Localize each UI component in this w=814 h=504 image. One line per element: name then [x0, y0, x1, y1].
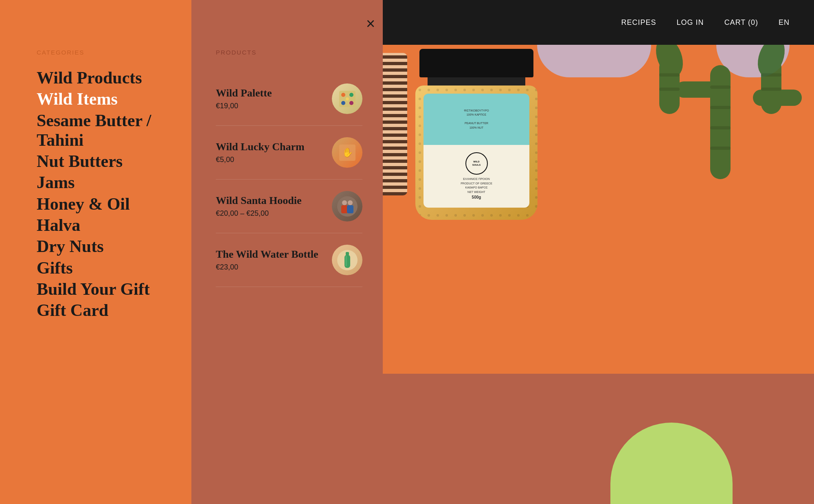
svg-rect-9	[710, 126, 731, 129]
svg-rect-25	[341, 205, 348, 213]
plant-decoration	[635, 24, 806, 187]
svg-point-18	[341, 101, 345, 105]
svg-rect-8	[710, 106, 731, 109]
svg-rect-29	[346, 252, 349, 255]
sidebar-item-dry-nuts[interactable]: Dry Nuts	[37, 237, 155, 256]
product-thumbnail-charm: ✋	[332, 137, 362, 168]
product-item-wild-water-bottle[interactable]: The Wild Water Bottle €23,00	[216, 233, 362, 287]
product-name: Wild Palette	[216, 87, 332, 99]
product-price: €19,00	[216, 102, 332, 110]
product-info: Wild Lucky Charm €5,00	[216, 141, 332, 164]
sidebar-item-jams[interactable]: Jams	[37, 173, 155, 192]
product-item-wild-palette[interactable]: Wild Palette €19,00	[216, 72, 362, 126]
sidebar-item-wild-items[interactable]: Wild Items	[37, 89, 155, 109]
product-name: Wild Santa Hoodie	[216, 195, 332, 207]
svg-point-16	[341, 93, 345, 97]
nav-cart[interactable]: CART (0)	[724, 18, 758, 27]
product-price: €23,00	[216, 263, 332, 272]
products-panel: PRODUCTS Wild Palette €19,00 Wild Lucky …	[191, 0, 383, 504]
sidebar-item-build-your-gift[interactable]: Build Your Gift	[37, 279, 155, 299]
svg-rect-7	[710, 85, 731, 89]
sidebar-item-gift-card[interactable]: Gift Card	[37, 300, 155, 320]
jar-body: ΦΙΣΤΙΚΟΒΟΥΤΥΡΟ 100% ΚΑΡΠΟΣ PEANUT BUTTER…	[415, 85, 538, 220]
jar-lid	[419, 49, 533, 77]
nav-lang[interactable]: EN	[779, 18, 790, 27]
product-price: €5,00	[216, 156, 332, 164]
top-navigation: RECIPES LOG IN CART (0) EN	[383, 0, 814, 45]
sidebar-item-honey-oil[interactable]: Honey & Oil	[37, 194, 155, 214]
jar-logo: WILDSOULS	[465, 152, 488, 175]
sidebar-item-halva[interactable]: Halva	[37, 215, 155, 235]
svg-text:✋: ✋	[342, 147, 353, 158]
svg-rect-10	[710, 147, 731, 150]
product-item-wild-santa-hoodie[interactable]: Wild Santa Hoodie €20,00 – €25,00	[216, 180, 362, 233]
sidebar-item-wild-products[interactable]: Wild Products	[37, 68, 155, 88]
svg-rect-12	[659, 88, 680, 91]
product-price: €20,00 – €25,00	[216, 209, 332, 218]
products-section-label: PRODUCTS	[216, 49, 362, 56]
product-thumbnail-hoodie	[332, 191, 362, 221]
product-item-wild-lucky-charm[interactable]: Wild Lucky Charm €5,00 ✋	[216, 126, 362, 180]
svg-point-20	[346, 97, 349, 101]
svg-rect-1	[676, 81, 724, 98]
jar-neck	[428, 77, 525, 85]
product-thumbnail-palette	[332, 83, 362, 114]
jar-label-bottom: ΕΛΛΗΝΙΟΣ ΠΡΟΙΟΝ PRODUCT OF GREECE ΚΑΘΑΡΟ…	[461, 177, 492, 200]
nav-login[interactable]: LOG IN	[677, 18, 704, 27]
sidebar-item-sesame-butter[interactable]: Sesame Butter /Tahini	[37, 111, 155, 150]
product-thumbnail-bottle	[332, 245, 362, 275]
product-name: Wild Lucky Charm	[216, 141, 332, 153]
svg-rect-31	[345, 256, 347, 266]
svg-rect-11	[659, 73, 680, 77]
jar-label-top: ΦΙΣΤΙΚΟΒΟΥΤΥΡΟ 100% ΚΑΡΠΟΣ PEANUT BUTTER…	[464, 109, 489, 130]
product-info: Wild Santa Hoodie €20,00 – €25,00	[216, 195, 332, 218]
bottom-section	[383, 374, 814, 504]
categories-label: CATEGORIES	[37, 49, 155, 56]
svg-rect-27	[347, 205, 353, 213]
close-button[interactable]: ×	[358, 11, 383, 36]
product-jar: ΦΙΣΤΙΚΟΒΟΥΤΥΡΟ 100% ΚΑΡΠΟΣ PEANUT BUTTER…	[407, 49, 546, 220]
sidebar: CATEGORIES Wild Products Wild Items Sesa…	[0, 0, 191, 504]
product-info: Wild Palette €19,00	[216, 87, 332, 110]
svg-point-24	[342, 200, 347, 205]
svg-rect-14	[761, 88, 781, 91]
svg-point-17	[349, 93, 353, 97]
nav-recipes[interactable]: RECIPES	[621, 18, 656, 27]
sidebar-item-nut-butters[interactable]: Nut Butters	[37, 151, 155, 171]
green-accent-shape	[610, 423, 733, 504]
sidebar-item-gifts[interactable]: Gifts	[37, 258, 155, 278]
product-info: The Wild Water Bottle €23,00	[216, 248, 332, 272]
product-name: The Wild Water Bottle	[216, 248, 332, 261]
svg-rect-13	[761, 73, 781, 77]
svg-point-26	[348, 200, 353, 205]
svg-point-19	[349, 101, 353, 105]
